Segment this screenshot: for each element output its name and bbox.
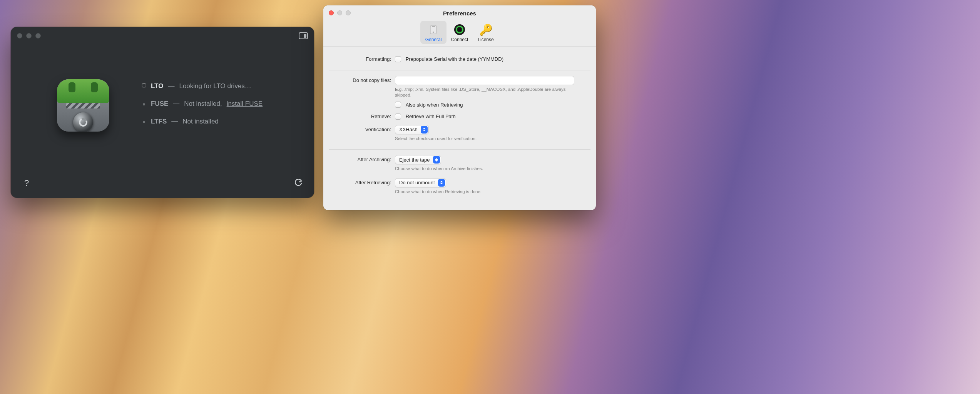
verification-value: XXHash (399, 127, 421, 132)
status-message: Not installed, (184, 100, 222, 108)
prefs-titlebar: Preferences (323, 5, 596, 21)
status-message: Not installed (182, 118, 219, 125)
tab-label: General (420, 37, 447, 42)
section-after: After Archiving: Eject the tape Choose w… (329, 149, 590, 202)
tab-general[interactable]: General (420, 21, 447, 44)
tab-license[interactable]: 🔑 License (473, 21, 499, 44)
status-row-lto: LTO — Looking for LTO drives… (142, 82, 299, 90)
main-titlebar (11, 27, 314, 45)
preferences-window: Preferences General Connect (323, 5, 596, 210)
status-row-fuse: ● FUSE — Not installed, install FUSE (142, 100, 299, 108)
prefs-body: Formatting: Prepopulate Serial with the … (323, 47, 596, 210)
exclude-files-input[interactable] (395, 76, 574, 85)
verification-hint: Select the checksum used for verificatio… (395, 136, 574, 142)
svg-rect-1 (432, 26, 435, 27)
main-window: LTO — Looking for LTO drives… ● FUSE — N… (11, 27, 314, 198)
status-list: LTO — Looking for LTO drives… ● FUSE — N… (115, 79, 299, 135)
prepopulate-checkbox[interactable] (395, 56, 401, 62)
main-footer: ? (11, 169, 314, 198)
status-name: LTFS (151, 118, 167, 125)
after-retrieving-select[interactable]: Do not unmount (395, 178, 446, 187)
prefs-toolbar: General Connect 🔑 License (323, 21, 596, 47)
general-icon (420, 23, 447, 36)
after-archiving-select[interactable]: Eject the tape (395, 155, 441, 164)
window-title: Preferences (443, 10, 476, 17)
verification-select[interactable]: XXHash (395, 125, 429, 134)
prepopulate-label: Prepopulate Serial with the date (YYMMDD… (406, 56, 503, 62)
dot-icon: ● (142, 101, 146, 107)
main-body: LTO — Looking for LTO drives… ● FUSE — N… (11, 45, 314, 135)
status-name: FUSE (151, 100, 168, 108)
svg-point-5 (458, 28, 461, 31)
minimize-icon[interactable] (337, 10, 342, 15)
traffic-lights (329, 10, 351, 15)
tab-label: License (473, 37, 499, 42)
also-skip-checkbox[interactable] (395, 102, 401, 108)
section-formatting: Formatting: Prepopulate Serial with the … (329, 50, 590, 70)
svg-point-2 (433, 32, 434, 33)
also-skip-label: Also skip when Retrieving (406, 102, 463, 108)
section-copy-retrieve: Do not copy files: E.g. .tmp; .xml. Syst… (329, 70, 590, 150)
label-do-not-copy: Do not copy files: (329, 76, 395, 83)
key-icon: 🔑 (473, 23, 499, 36)
close-icon[interactable] (17, 33, 22, 38)
install-fuse-link[interactable]: install FUSE (227, 100, 263, 108)
help-button[interactable]: ? (22, 178, 32, 188)
label-after-retrieving: After Retrieving: (329, 178, 395, 185)
chevron-updown-icon (421, 126, 428, 134)
dot-icon: ● (142, 119, 146, 125)
tab-label: Connect (447, 37, 473, 42)
full-path-label: Retrieve with Full Path (406, 114, 456, 119)
after-retrieving-hint: Choose what to do when Retrieving is don… (395, 189, 574, 195)
zoom-icon[interactable] (346, 10, 351, 15)
exclude-hint: E.g. .tmp; .xml. System files like .DS_S… (395, 87, 574, 98)
spinner-icon (142, 83, 146, 88)
status-name: LTO (151, 82, 163, 90)
connect-icon (447, 23, 473, 36)
reload-button[interactable] (293, 178, 303, 188)
label-retrieve: Retrieve: (329, 114, 395, 119)
tab-connect[interactable]: Connect (447, 21, 473, 44)
app-icon (57, 79, 115, 132)
status-message: Looking for LTO drives… (179, 82, 251, 90)
close-icon[interactable] (329, 10, 334, 15)
label-after-archiving: After Archiving: (329, 155, 395, 162)
traffic-lights (17, 33, 41, 38)
chevron-updown-icon (438, 179, 445, 187)
label-verification: Verification: (329, 125, 395, 132)
zoom-icon[interactable] (35, 33, 41, 38)
sidebar-toggle-icon[interactable] (299, 32, 308, 39)
status-row-ltfs: ● LTFS — Not installed (142, 118, 299, 125)
label-formatting: Formatting: (329, 56, 395, 62)
after-archiving-hint: Choose what to do when an Archive finish… (395, 166, 574, 172)
after-archiving-value: Eject the tape (399, 157, 433, 163)
chevron-updown-icon (433, 156, 440, 164)
minimize-icon[interactable] (26, 33, 32, 38)
after-retrieving-value: Do not unmount (399, 180, 438, 185)
full-path-checkbox[interactable] (395, 114, 401, 120)
